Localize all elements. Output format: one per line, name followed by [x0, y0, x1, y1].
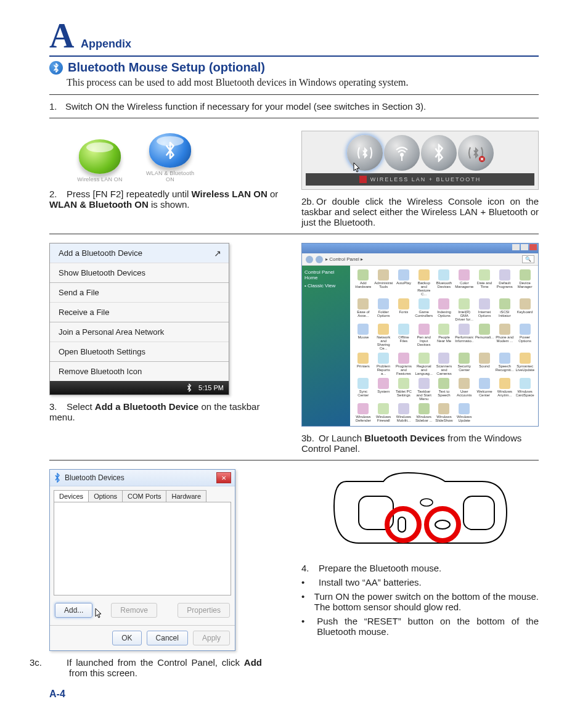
- cp-applet[interactable]: Programs and Features: [394, 353, 414, 375]
- applet-label: System: [377, 390, 390, 393]
- applet-icon: [398, 353, 409, 364]
- add-button[interactable]: Add...: [55, 603, 92, 618]
- applet-label: Mouse: [357, 335, 369, 339]
- wc-option-wlan[interactable]: [384, 135, 420, 171]
- close-button[interactable]: [529, 244, 537, 250]
- cp-applet[interactable]: User Accounts: [455, 378, 474, 401]
- cp-applet[interactable]: Pen and Input Devices: [414, 324, 433, 350]
- cp-applet[interactable]: Keyboard: [515, 298, 534, 321]
- step-3c: 3c.If launched from the Control Panel, c…: [49, 657, 287, 678]
- applet-label: Phone and Modem ...: [496, 335, 514, 343]
- svg-rect-7: [398, 517, 406, 532]
- cm-receive-file[interactable]: Receive a File: [50, 302, 229, 322]
- cp-applet[interactable]: Phone and Modem ...: [495, 324, 514, 350]
- cp-applet[interactable]: Mouse: [354, 324, 373, 350]
- applet-icon: [419, 269, 430, 280]
- close-button[interactable]: ✕: [216, 472, 231, 483]
- cp-applet[interactable]: Indexing Options: [435, 298, 454, 321]
- osd-bt-caption: WLAN & Bluetooth ON: [144, 170, 196, 182]
- cp-applet[interactable]: Problem Reports a...: [374, 353, 393, 375]
- cp-applet[interactable]: Speech Recogniti...: [495, 353, 514, 375]
- cp-applet[interactable]: Color Management: [455, 269, 474, 296]
- tab-devices[interactable]: Devices: [54, 490, 89, 502]
- cp-applet[interactable]: Windows Firewall: [374, 403, 393, 422]
- cp-applet[interactable]: Welcome Center: [475, 378, 494, 401]
- cp-applet[interactable]: iSCSI Initiator: [495, 298, 514, 321]
- cp-applet[interactable]: Windows Anytim...: [495, 378, 514, 401]
- dlg-title-text: Bluetooth Devices: [65, 473, 125, 482]
- cp-applet[interactable]: Windows Defender: [354, 403, 373, 422]
- cp-breadcrumb[interactable]: ▸ Control Panel ▸: [325, 256, 363, 262]
- tab-options[interactable]: Options: [88, 490, 123, 502]
- appendix-header: A Appendix: [49, 18, 539, 57]
- cp-applet[interactable]: Performance Informatio...: [455, 324, 474, 350]
- forward-button[interactable]: [316, 256, 323, 263]
- cp-applet[interactable]: Power Options: [515, 324, 534, 350]
- wc-option-bt[interactable]: [421, 135, 457, 171]
- cp-applet[interactable]: Taskbar and Start Menu: [414, 378, 433, 401]
- cm-join-pan[interactable]: Join a Personal Area Network: [50, 322, 229, 342]
- cp-applet[interactable]: Bluetooth Devices: [435, 269, 454, 296]
- tab-com-ports[interactable]: COM Ports: [122, 490, 166, 502]
- cp-search-input[interactable]: 🔍: [522, 255, 534, 263]
- applet-icon: [419, 324, 430, 335]
- wc-option-wlan-bt[interactable]: [347, 135, 383, 171]
- cp-applet[interactable]: Device Manager: [515, 269, 534, 296]
- osd-wlan-icon: Wireless LAN ON: [74, 139, 126, 182]
- cm-show-bluetooth-devices[interactable]: Show Bluetooth Devices: [50, 263, 229, 282]
- cp-applet[interactable]: Regional and Languag...: [414, 353, 433, 375]
- tab-hardware[interactable]: Hardware: [166, 490, 206, 502]
- cp-applet[interactable]: Sound: [475, 353, 494, 375]
- cp-side-home[interactable]: Control Panel Home: [304, 269, 348, 280]
- cm-add-bluetooth-device[interactable]: Add a Bluetooth Device: [50, 243, 229, 263]
- cp-applet[interactable]: Symantec LiveUpdate: [515, 353, 534, 375]
- cp-applet[interactable]: People Near Me: [435, 324, 454, 350]
- cp-applet[interactable]: Security Center: [455, 353, 474, 375]
- cp-applet[interactable]: Tablet PC Settings: [394, 378, 414, 401]
- cp-applet[interactable]: Backup and Restore C...: [414, 269, 433, 296]
- cp-applet[interactable]: AutoPlay: [394, 269, 414, 296]
- back-button[interactable]: [306, 256, 313, 263]
- cp-applet[interactable]: Windows Update: [455, 403, 474, 422]
- cp-applet[interactable]: System: [374, 378, 393, 401]
- applet-label: Fonts: [399, 310, 408, 314]
- cp-applet[interactable]: Offline Files: [394, 324, 414, 350]
- cp-applet[interactable]: Intel(R) GMA Driver for...: [455, 298, 474, 321]
- cp-applet[interactable]: Windows Sidebar ...: [414, 403, 433, 422]
- bluetooth-tray-icon[interactable]: [186, 383, 192, 392]
- remove-button: Remove: [111, 603, 157, 618]
- cp-applet[interactable]: Game Controllers: [414, 298, 433, 321]
- cp-applet[interactable]: Fonts: [394, 298, 414, 321]
- cp-applet[interactable]: Sync Center: [354, 378, 373, 401]
- step-1: 1.Switch ON the Wireless function if nec…: [49, 101, 539, 112]
- cp-applet[interactable]: Windows CardSpace: [515, 378, 534, 401]
- cp-applet[interactable]: Network and Sharing Ce...: [374, 324, 393, 350]
- cp-applet[interactable]: Ease of Acce...: [354, 298, 373, 321]
- cp-applet[interactable]: Folder Options: [374, 298, 393, 321]
- applet-icon: [459, 269, 470, 280]
- cp-applet[interactable]: Text to Speech: [435, 378, 454, 401]
- cp-applet[interactable]: Personali...: [475, 324, 494, 350]
- cm-send-file[interactable]: Send a File: [50, 282, 229, 302]
- cp-applet[interactable]: Scanners and Cameras: [435, 353, 454, 375]
- cp-applet[interactable]: Printers: [354, 353, 373, 375]
- cp-applet[interactable]: Windows Mobilit...: [394, 403, 414, 422]
- cp-side-classic[interactable]: • Classic View: [304, 283, 348, 288]
- step-3c-pre: If launched from the Control Panel, clic…: [67, 657, 244, 668]
- bullet-text: Install two “AA” batteries.: [319, 577, 422, 587]
- applet-label: Scanners and Cameras: [435, 364, 453, 375]
- cm-open-bt-settings[interactable]: Open Bluetooth Settings: [50, 342, 229, 361]
- cp-applet[interactable]: Internet Options: [475, 298, 494, 321]
- cancel-button[interactable]: Cancel: [147, 631, 188, 645]
- cp-applet[interactable]: Default Programs: [495, 269, 514, 296]
- wc-option-off[interactable]: [458, 135, 494, 171]
- cp-applet[interactable]: Administrat... Tools: [374, 269, 393, 296]
- minimize-button[interactable]: [512, 244, 520, 250]
- cp-applet[interactable]: Add Hardware: [354, 269, 373, 296]
- maximize-button[interactable]: [521, 244, 528, 250]
- cp-applet[interactable]: Date and Time: [475, 269, 494, 296]
- ok-button[interactable]: OK: [112, 631, 141, 645]
- applet-label: AutoPlay: [396, 281, 411, 285]
- cm-remove-bt-icon[interactable]: Remove Bluetooth Icon: [50, 361, 229, 381]
- cp-applet[interactable]: Windows SlideShow: [435, 403, 454, 422]
